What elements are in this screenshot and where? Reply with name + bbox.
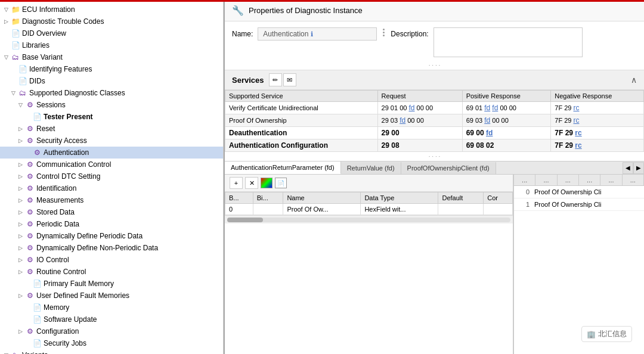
node-icon-io-control: ⚙ xyxy=(25,255,35,265)
tree-item-ecu-info[interactable]: ▽📁ECU Information xyxy=(0,4,223,15)
tree-item-comm-control[interactable]: ▷⚙Communication Control xyxy=(0,159,223,170)
tree-label-dyn-def-non-periodic: Dynamically Define Non-Periodic Data xyxy=(36,244,158,252)
tree-item-identifying-features[interactable]: 📄Identifying Features xyxy=(0,63,223,75)
name-label: Name: xyxy=(232,27,253,38)
table-row[interactable]: 0 Proof Of Ow... HexField wit... xyxy=(225,204,513,215)
tree-item-tester-present[interactable]: 📄Tester Present xyxy=(0,111,223,123)
bottom-scrollbar[interactable] xyxy=(225,215,513,223)
dt-cor xyxy=(484,204,513,215)
name-input-container: Authentication ℹ xyxy=(258,27,377,41)
delete-row-btn[interactable]: ✕ xyxy=(245,177,258,189)
expand-icon[interactable]: ▷ xyxy=(17,173,24,180)
add-row-btn[interactable]: + xyxy=(230,177,243,189)
node-icon-control-dtc: ⚙ xyxy=(25,172,35,181)
list-item[interactable]: 0 Proof Of Ownership Cli xyxy=(514,186,644,198)
dt-col-name: Name xyxy=(283,192,361,204)
expand-icon[interactable]: ▷ xyxy=(17,221,24,228)
expand-icon[interactable]: ▷ xyxy=(17,137,24,144)
node-icon-dyn-def-periodic: ⚙ xyxy=(25,231,35,241)
table-row[interactable]: Deauthentication 29 00 69 00 fd 7F 29 rc xyxy=(225,127,644,139)
positive-cell: 69 01 fd fd 00 00 xyxy=(462,102,551,114)
services-collapse-btn[interactable]: ∧ xyxy=(631,75,637,85)
tree-item-control-dtc[interactable]: ▷⚙Control DTC Setting xyxy=(0,170,223,182)
services-email-btn[interactable]: ✉ xyxy=(283,73,296,86)
node-icon-supported-diag: 🗂 xyxy=(18,88,27,98)
properties-title: Properties of Diagnostic Instance xyxy=(249,6,363,15)
tree-label-security-access: Security Access xyxy=(36,136,87,145)
tree-item-memory[interactable]: 📄Memory xyxy=(0,302,223,313)
tab-next-btn[interactable]: ▶ xyxy=(633,162,644,174)
tree-item-io-control[interactable]: ▷⚙IO Control xyxy=(0,254,223,266)
list-item[interactable]: 1 Proof Of Ownership Cli xyxy=(514,198,644,211)
doc-icon[interactable]: 📄 xyxy=(275,178,287,188)
expand-icon[interactable]: ▽ xyxy=(2,54,10,61)
dt-col-bi: Bi... xyxy=(253,192,283,204)
expand-icon[interactable]: ▷ xyxy=(17,185,24,192)
expand-icon[interactable]: ▷ xyxy=(17,232,24,240)
tree-item-dids[interactable]: 📄DIDs xyxy=(0,75,223,87)
node-icon-base-variant: 🗂 xyxy=(11,52,20,62)
tree-label-control-dtc: Control DTC Setting xyxy=(36,172,100,181)
tree-item-identification[interactable]: ▷⚙Identification xyxy=(0,182,223,194)
services-edit-btn[interactable]: ✏ xyxy=(269,73,282,86)
tree-item-dyn-def-non-periodic[interactable]: ▷⚙Dynamically Define Non-Periodic Data xyxy=(0,242,223,254)
service-name-cell: Deauthentication xyxy=(225,127,378,139)
tree-item-variants[interactable]: ▽🗂Variants xyxy=(0,349,223,354)
expand-icon[interactable]: ▽ xyxy=(10,89,17,97)
tree-item-measurements[interactable]: ▷⚙Measurements xyxy=(0,194,223,206)
tree-item-libraries[interactable]: 📄Libraries xyxy=(0,39,223,51)
tree-item-did-overview[interactable]: 📄DID Overview xyxy=(0,27,223,39)
tree-item-configuration[interactable]: ▷⚙Configuration xyxy=(0,325,223,337)
tree-item-stored-data[interactable]: ▷⚙Stored Data xyxy=(0,206,223,218)
color-icon[interactable] xyxy=(261,178,273,188)
expand-icon[interactable]: ▷ xyxy=(17,244,24,251)
expand-icon[interactable]: ▽ xyxy=(2,352,10,354)
table-row[interactable]: Verify Certificate Unidirectional 29 01 … xyxy=(225,102,644,114)
expand-icon[interactable]: ▷ xyxy=(17,268,24,275)
request-cell: 29 01 00 fd 00 00 xyxy=(377,102,462,114)
expand-icon[interactable]: ▽ xyxy=(2,6,10,13)
info-icon[interactable]: ℹ xyxy=(311,30,313,38)
node-icon-configuration: ⚙ xyxy=(25,327,35,336)
tree-item-periodic-data[interactable]: ▷⚙Periodic Data xyxy=(0,218,223,230)
rsp-col-2: ... xyxy=(535,175,557,185)
expand-icon[interactable]: ▷ xyxy=(17,328,24,335)
row-content: Proof Of Ownership Cli xyxy=(534,201,640,208)
expand-icon[interactable]: ▷ xyxy=(17,209,24,216)
expand-icon[interactable]: ▷ xyxy=(17,161,24,168)
expand-icon[interactable]: ▷ xyxy=(17,125,24,132)
rsp-col-3: ... xyxy=(558,175,579,185)
tree-item-dyn-def-periodic[interactable]: ▷⚙Dynamically Define Periodic Data xyxy=(0,230,223,242)
expand-icon[interactable]: ▷ xyxy=(17,256,24,263)
tree-item-reset[interactable]: ▷⚙Reset xyxy=(0,123,223,135)
tree-item-software-update[interactable]: 📄Software Update xyxy=(0,313,223,325)
tree-item-sessions[interactable]: ▽⚙Sessions xyxy=(0,99,223,111)
negative-cell: 7F 29 rc xyxy=(551,127,644,139)
tree-item-base-variant[interactable]: ▽🗂Base Variant xyxy=(0,51,223,63)
tree-item-authentication[interactable]: ⚙Authentication xyxy=(0,147,223,159)
table-row[interactable]: Authentication Configuration 29 08 69 08… xyxy=(225,139,644,152)
expand-icon[interactable]: ▽ xyxy=(17,101,24,108)
tree-item-user-fault[interactable]: ▷⚙User Defined Fault Memories xyxy=(0,290,223,302)
tab-prev-btn[interactable]: ◀ xyxy=(623,162,633,174)
node-icon-comm-control: ⚙ xyxy=(25,160,35,169)
tab-return-value[interactable]: ReturnValue (fd) xyxy=(341,162,401,174)
negative-cell: 7F 29 rc xyxy=(551,139,644,152)
request-cell: 29 03 fd 00 00 xyxy=(377,114,462,127)
tab-proof-ownership[interactable]: ProofOfOwnershipClient (fd) xyxy=(401,162,496,174)
table-row[interactable]: Proof Of Ownership 29 03 fd 00 00 69 03 … xyxy=(225,114,644,127)
tree-item-dtc[interactable]: ▷📁Diagnostic Trouble Codes xyxy=(0,15,223,27)
tree-item-supported-diag[interactable]: ▽🗂Supported Diagnostic Classes xyxy=(0,87,223,99)
tree-item-security-jobs[interactable]: 📄Security Jobs xyxy=(0,337,223,349)
description-input[interactable] xyxy=(434,27,583,57)
tree-label-libraries: Libraries xyxy=(22,41,49,49)
tree-item-routine-control[interactable]: ▷⚙Routine Control xyxy=(0,266,223,278)
tab-auth-return[interactable]: AuthenticationReturnParameter (fd) xyxy=(225,162,341,174)
expand-icon[interactable]: ▷ xyxy=(2,18,10,25)
expand-icon[interactable]: ▷ xyxy=(17,292,24,299)
expand-icon[interactable]: ▷ xyxy=(17,197,24,204)
node-icon-identification: ⚙ xyxy=(25,184,35,193)
negative-cell: 7F 29 rc xyxy=(551,102,644,114)
tree-item-security-access[interactable]: ▷⚙Security Access xyxy=(0,135,223,147)
tree-item-primary-fault[interactable]: 📄Primary Fault Memory xyxy=(0,278,223,290)
